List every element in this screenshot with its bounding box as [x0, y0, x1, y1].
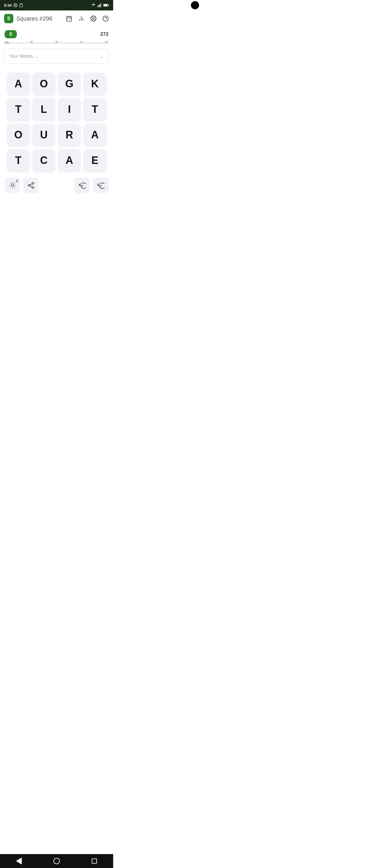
clear-button[interactable]	[93, 178, 109, 193]
tile-K[interactable]: K	[84, 72, 106, 95]
star-1	[5, 40, 9, 44]
svg-line-29	[30, 184, 32, 185]
wifi-icon	[91, 3, 96, 7]
share-button[interactable]	[23, 178, 39, 193]
max-score: 272	[100, 31, 109, 37]
svg-rect-2	[97, 5, 98, 7]
svg-point-24	[11, 184, 14, 187]
tile-I[interactable]: I	[58, 98, 81, 121]
svg-marker-23	[105, 40, 108, 43]
score-row: 0 272	[5, 30, 109, 38]
svg-rect-7	[103, 4, 108, 6]
svg-line-28	[30, 186, 32, 187]
app-title: Squares #296	[16, 16, 63, 22]
svg-marker-22	[80, 40, 83, 43]
svg-point-30	[82, 185, 83, 186]
svg-point-27	[32, 187, 34, 189]
app-header: S Squares #296	[0, 10, 113, 27]
grid-row-3: O U R A	[7, 124, 106, 146]
letter-grid: A O G K T L I T O U R A T C A E	[0, 67, 113, 175]
svg-point-0	[15, 5, 16, 6]
toolbar-left: 3	[5, 178, 39, 193]
star-2	[30, 40, 34, 44]
status-bar: 9:34	[0, 0, 113, 10]
tile-A[interactable]: A	[7, 72, 30, 95]
star-4	[80, 40, 84, 44]
svg-rect-5	[100, 3, 101, 7]
svg-rect-9	[67, 17, 72, 21]
svg-rect-3	[99, 5, 99, 7]
header-icons	[66, 15, 109, 22]
clipboard-status-icon	[19, 3, 23, 7]
svg-marker-19	[5, 40, 8, 43]
status-time: 9:34	[4, 3, 11, 7]
grid-row-4: T C A E	[7, 149, 106, 172]
app-logo: S	[4, 14, 13, 23]
bottom-toolbar: 3	[0, 175, 113, 196]
tile-T1[interactable]: T	[7, 98, 30, 121]
svg-rect-8	[108, 5, 109, 6]
svg-marker-21	[55, 40, 58, 43]
svg-rect-1	[21, 3, 22, 4]
tile-U[interactable]: U	[32, 124, 55, 146]
progress-bar-container	[5, 40, 109, 46]
signal-icon	[97, 3, 102, 7]
svg-point-31	[100, 185, 102, 187]
tile-T3[interactable]: T	[7, 149, 30, 172]
star-3	[55, 40, 59, 44]
settings-icon[interactable]	[90, 15, 97, 22]
current-score: 0	[5, 30, 17, 38]
hint-button[interactable]: 3	[5, 178, 20, 193]
tile-O2[interactable]: O	[7, 124, 30, 146]
tile-E[interactable]: E	[84, 149, 106, 172]
tile-O[interactable]: O	[32, 72, 55, 95]
chart-icon[interactable]	[78, 15, 85, 22]
svg-point-16	[93, 18, 94, 20]
battery-icon	[103, 3, 109, 7]
chevron-down-icon: ⌄	[100, 53, 104, 59]
toolbar-right	[74, 178, 109, 193]
stars-row	[5, 40, 109, 44]
settings-status-icon	[13, 3, 18, 7]
status-left: 9:34	[4, 3, 23, 7]
tile-A3[interactable]: A	[58, 149, 81, 172]
tile-G[interactable]: G	[58, 72, 81, 95]
undo-button[interactable]	[74, 178, 90, 193]
svg-point-25	[32, 182, 34, 184]
status-right	[91, 3, 109, 7]
words-dropdown-label: Your Words ...	[9, 54, 38, 59]
score-area: 0 272	[0, 27, 113, 46]
tile-R[interactable]: R	[58, 124, 81, 146]
words-dropdown[interactable]: Your Words ... ⌄	[4, 49, 109, 64]
tile-C[interactable]: C	[32, 149, 55, 172]
grid-row-2: T L I T	[7, 98, 106, 121]
tile-L[interactable]: L	[32, 98, 55, 121]
svg-marker-20	[30, 40, 33, 43]
svg-point-26	[28, 185, 30, 187]
help-icon[interactable]	[102, 15, 109, 22]
tile-T2[interactable]: T	[84, 98, 106, 121]
calendar-icon[interactable]	[66, 15, 72, 22]
hint-badge: 3	[14, 179, 19, 183]
tile-A2[interactable]: A	[84, 124, 106, 146]
grid-row-1: A O G K	[7, 72, 106, 95]
svg-rect-4	[99, 4, 100, 7]
star-5	[104, 40, 109, 44]
